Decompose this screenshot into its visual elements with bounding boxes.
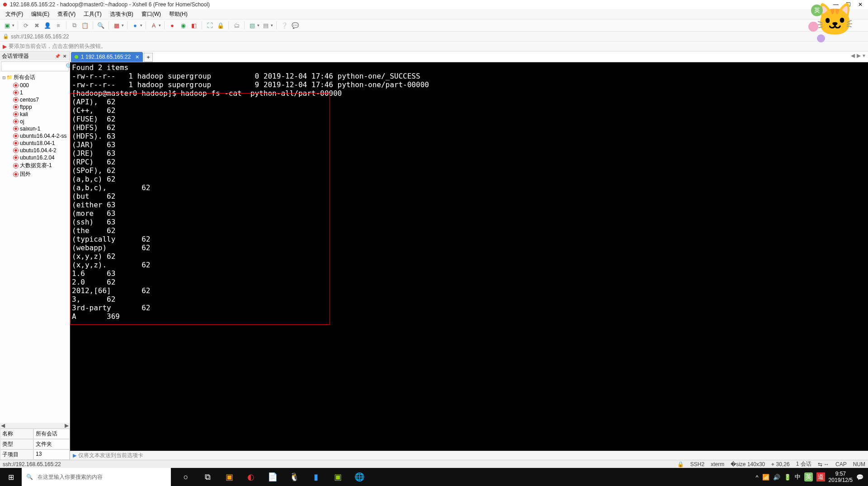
session-icon (13, 155, 19, 160)
dropdown-icon[interactable]: ▾ (12, 23, 14, 28)
windows-search[interactable]: 🔍 在这里输入你要搜索的内容 (22, 468, 171, 486)
tab-next-icon[interactable]: ▶ (857, 52, 861, 59)
ime-bubble-icon (808, 22, 818, 32)
session-item[interactable]: ftppp (6, 103, 70, 111)
highlight-box (70, 93, 330, 325)
menu-help[interactable]: 帮助(H) (167, 9, 189, 19)
start-button[interactable]: ⊞ (0, 468, 22, 486)
lock-icon[interactable]: 🔒 (216, 21, 225, 30)
session-item[interactable]: 000 (6, 82, 70, 89)
youdao-icon[interactable]: 道 (816, 472, 825, 481)
session-item[interactable]: 1 (6, 89, 70, 96)
dropdown-icon[interactable]: ▾ (271, 23, 273, 28)
session-item[interactable]: oj (6, 118, 70, 125)
ding-icon[interactable]: ▮ (306, 468, 326, 486)
session-item-label: 大数据竞赛-1 (20, 162, 52, 169)
tree-root[interactable]: ⊟ 所有会话 (0, 73, 70, 82)
font-icon[interactable]: A (149, 21, 158, 30)
chrome-icon[interactable]: 🌐 (349, 468, 370, 486)
new-session-icon[interactable]: ▣ (3, 21, 12, 30)
menu-edit[interactable]: 编辑(E) (29, 9, 51, 19)
dropdown-icon[interactable]: ▾ (159, 23, 161, 28)
vmware-icon[interactable]: ▣ (219, 468, 240, 486)
script-icon[interactable]: ▤ (261, 21, 270, 30)
session-item[interactable]: kali (6, 111, 70, 118)
xshell-icon[interactable]: ◐ (241, 468, 261, 486)
terminal[interactable]: Found 2 items -rw-r--r-- 1 hadoop superg… (70, 62, 868, 451)
horizontal-scrollbar[interactable]: ◀▶ (0, 423, 70, 428)
status-sessions: 1 会话 (796, 460, 811, 468)
pycharm-icon[interactable]: ▣ (327, 468, 348, 486)
battery-icon[interactable]: 🔋 (784, 474, 791, 481)
layout-icon[interactable]: ▦ (112, 21, 121, 30)
reconnect-icon[interactable]: ⟳ (21, 21, 30, 30)
minimize-button[interactable]: — (833, 1, 839, 8)
menu-options[interactable]: 选项卡(B) (108, 9, 135, 19)
dropdown-icon[interactable]: ▾ (257, 23, 259, 28)
tab-prev-icon[interactable]: ◀ (851, 52, 855, 59)
compose-hint: 仅将文本发送到当前选项卡 (78, 452, 143, 459)
lock-icon: 🔒 (677, 461, 684, 467)
fullscreen-icon[interactable]: ⛶ (205, 21, 214, 30)
dropdown-icon[interactable]: ▾ (122, 23, 124, 28)
session-search[interactable]: 🔍 (1, 61, 69, 71)
pin-icon[interactable]: 📌 (53, 54, 61, 59)
taskbar-clock[interactable]: 9:57 2019/12/5 (829, 471, 853, 483)
help-icon[interactable]: ❔ (280, 21, 289, 30)
menu-view[interactable]: 查看(V) (56, 9, 77, 19)
search-icon[interactable]: 🔍 (96, 21, 105, 30)
terminal-panel: 1 192.168.65.165:22 ✕ + ◀ ▶ ▾ Found 2 it… (70, 51, 868, 460)
cortana-icon[interactable]: ○ (175, 468, 196, 486)
tab-close-icon[interactable]: ✕ (135, 54, 139, 60)
session-item[interactable]: saixun-1 (6, 125, 70, 132)
menu-window[interactable]: 窗口(W) (140, 9, 163, 19)
taskview-icon[interactable]: ⧉ (197, 468, 218, 486)
address-bar[interactable]: 🔒 ssh://192.168.65.165:22 (0, 32, 868, 42)
copy-icon[interactable]: ⧉ (70, 21, 79, 30)
session-icon (13, 119, 19, 124)
disconnect-icon[interactable]: ✖ (32, 21, 41, 30)
tab-menu-icon[interactable]: ▾ (863, 52, 865, 59)
action-center-icon[interactable]: 💬 (856, 474, 863, 481)
qq-icon[interactable]: 🐧 (284, 468, 305, 486)
dropdown-icon[interactable]: ▾ (140, 23, 142, 28)
ime-badge-icon[interactable]: 英 (804, 472, 813, 481)
session-item[interactable]: 国外 (6, 170, 70, 178)
folder-icon[interactable]: 🗂 (232, 21, 241, 30)
session-item[interactable]: 大数据竞赛-1 (6, 161, 70, 170)
status-cap: CAP (835, 461, 847, 467)
new-tab-button[interactable]: + (144, 53, 153, 62)
compose-bar[interactable]: ▶ 仅将文本发送到当前选项卡 (70, 451, 868, 460)
menu-tools[interactable]: 工具(T) (82, 9, 103, 19)
globe-icon[interactable]: ● (131, 21, 140, 30)
volume-icon[interactable]: 🔊 (773, 474, 780, 481)
collapse-icon[interactable]: ⊟ (2, 75, 6, 80)
paste-icon[interactable]: 📋 (80, 21, 90, 30)
wifi-icon[interactable]: 📶 (762, 474, 769, 481)
session-search-input[interactable] (3, 64, 66, 69)
properties-icon[interactable]: ≡ (54, 21, 63, 30)
app-icon (2, 1, 8, 8)
menu-file[interactable]: 文件(F) (4, 9, 25, 19)
status-dot-icon (75, 55, 78, 59)
tray-arrow-icon[interactable]: ^ (756, 474, 759, 481)
session-item[interactable]: centos7 (6, 96, 70, 103)
close-panel-icon[interactable]: ✕ (61, 54, 68, 59)
tab-active[interactable]: 1 192.168.65.165:22 ✕ (71, 52, 143, 62)
status-size: 140x30 (747, 461, 765, 467)
stop-icon[interactable]: ◉ (179, 21, 188, 30)
session-item-label: oj (20, 118, 24, 125)
profile-icon[interactable]: 👤 (43, 21, 52, 30)
notepadpp-icon[interactable]: 📄 (262, 468, 283, 486)
maximize-button[interactable]: ☐ (846, 1, 851, 8)
transfer-icon[interactable]: ▧ (248, 21, 257, 30)
session-item[interactable]: ubutun16.2.04 (6, 154, 70, 161)
session-item[interactable]: ubuntu18.04-1 (6, 140, 70, 147)
about-icon[interactable]: 💬 (291, 21, 300, 30)
record-icon[interactable]: ● (168, 21, 177, 30)
session-item[interactable]: ubutu16.04.4-2 (6, 147, 70, 154)
close-button[interactable]: ✕ (858, 1, 863, 8)
ime-icon[interactable]: 中 (795, 473, 801, 481)
pause-icon[interactable]: ◧ (189, 21, 198, 30)
session-item[interactable]: ubuntu16.04.4-2-ss (6, 132, 70, 140)
